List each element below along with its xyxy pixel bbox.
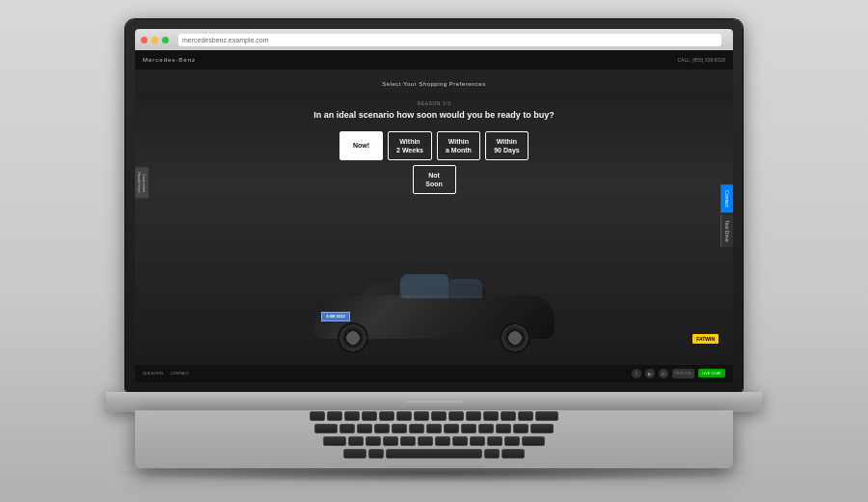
key[interactable]	[379, 411, 394, 421]
key-tab[interactable]	[314, 424, 338, 433]
key[interactable]	[466, 411, 481, 421]
key[interactable]	[452, 436, 468, 446]
keyboard-row-3	[323, 436, 545, 446]
maximize-window-button[interactable]	[162, 37, 169, 43]
site-header: Mercedes-Benz CALL: (855) 529-8318	[135, 50, 733, 70]
key[interactable]	[368, 449, 384, 459]
answer-row-2: NotSoon	[413, 165, 456, 194]
site-phone: CALL: (855) 529-8318	[678, 57, 726, 63]
key[interactable]	[339, 424, 355, 433]
website-content: Mercedes-Benz CALL: (855) 529-8318 Selec…	[135, 50, 733, 382]
key[interactable]	[448, 411, 464, 421]
key[interactable]	[484, 449, 500, 459]
answer-grid: Now! Within2 Weeks Withina Month Within9…	[149, 131, 719, 194]
key[interactable]	[504, 436, 520, 446]
keyboard-row-1	[310, 411, 558, 421]
key[interactable]	[344, 411, 360, 421]
key[interactable]	[392, 424, 407, 433]
answer-row-1: Now! Within2 Weeks Withina Month Within9…	[339, 131, 529, 160]
key-fn[interactable]	[502, 449, 525, 459]
keyboard-row-2	[314, 424, 554, 433]
car-rear-window	[448, 279, 482, 298]
site-logo: Mercedes-Benz	[143, 57, 196, 63]
footer-question-link[interactable]: QUESTION	[143, 371, 163, 376]
answer-2weeks-button[interactable]: Within2 Weeks	[388, 131, 432, 160]
live-chat-button[interactable]: LIVE CHAT	[698, 369, 725, 377]
key[interactable]	[418, 436, 433, 446]
screen-bezel: mercedesbenz.example.com Mercedes-Benz C…	[135, 29, 733, 382]
key[interactable]	[327, 411, 342, 421]
fatwin-badge: FATWIN	[692, 334, 719, 344]
key-spacebar[interactable]	[386, 449, 482, 459]
key[interactable]	[348, 436, 364, 446]
key-caps[interactable]	[323, 436, 346, 446]
laptop-lid: mercedesbenz.example.com Mercedes-Benz C…	[125, 19, 743, 392]
key[interactable]	[374, 424, 390, 433]
keyboard-area	[135, 410, 733, 468]
answer-now-button[interactable]: Now!	[339, 131, 383, 160]
key[interactable]	[483, 411, 499, 421]
key[interactable]	[414, 411, 429, 421]
key[interactable]	[478, 424, 494, 433]
car-wheel-left	[338, 322, 368, 353]
key[interactable]	[496, 424, 511, 433]
answer-notsoon-button[interactable]: NotSoon	[413, 165, 456, 194]
key[interactable]	[366, 436, 381, 446]
minimize-window-button[interactable]	[151, 37, 158, 43]
car-silhouette: S BR 9222	[313, 276, 555, 353]
key[interactable]	[431, 411, 447, 421]
car-wheel-right	[500, 322, 530, 353]
browser-chrome: mercedesbenz.example.com	[135, 29, 733, 50]
key-shift-r[interactable]	[522, 436, 545, 446]
keyboard-row-spacebar	[343, 449, 525, 459]
key[interactable]	[435, 436, 450, 446]
key[interactable]	[383, 436, 398, 446]
footer-contact-link[interactable]: CONTACT	[171, 371, 189, 376]
laptop: mercedesbenz.example.com Mercedes-Benz C…	[87, 19, 781, 483]
key[interactable]	[501, 411, 516, 421]
answer-90days-button[interactable]: Within90 Days	[485, 131, 529, 160]
prefs-title: Select Your Shopping Preferences	[382, 81, 485, 87]
laptop-base	[106, 392, 762, 413]
key[interactable]	[470, 436, 485, 446]
text-us-button[interactable]: TEXT US	[672, 369, 694, 378]
url-text: mercedesbenz.example.com	[182, 37, 269, 43]
facebook-icon[interactable]: f	[632, 369, 641, 378]
key[interactable]	[310, 411, 325, 421]
key[interactable]	[400, 436, 416, 446]
key-backspace[interactable]	[535, 411, 558, 421]
key[interactable]	[461, 424, 476, 433]
footer-left: QUESTION CONTACT	[143, 371, 189, 376]
question-section: REASON 1/3 In an ideal scenario how soon…	[135, 93, 733, 209]
left-tab-customize[interactable]: CustomizeHassle Free	[135, 168, 149, 199]
close-window-button[interactable]	[141, 37, 148, 43]
key-shift-l[interactable]	[343, 449, 366, 459]
license-plate: S BR 9222	[321, 312, 350, 321]
key[interactable]	[426, 424, 442, 433]
key[interactable]	[513, 424, 529, 433]
question-label: REASON 1/3	[149, 100, 719, 106]
hinge-notch	[405, 400, 463, 404]
key[interactable]	[357, 424, 372, 433]
key[interactable]	[409, 424, 424, 433]
key[interactable]	[396, 411, 412, 421]
key[interactable]	[487, 436, 502, 446]
car-image-area: S BR 9222	[135, 209, 733, 353]
linkedin-icon[interactable]: in	[659, 369, 668, 378]
key[interactable]	[444, 424, 459, 433]
site-footer: QUESTION CONTACT f ▶ in TEXT US LIVE CHA…	[135, 365, 733, 382]
trackpad[interactable]	[386, 465, 482, 467]
key-enter[interactable]	[530, 424, 554, 433]
footer-right: f ▶ in TEXT US LIVE CHAT	[632, 369, 725, 378]
question-text: In an ideal scenario how soon would you …	[149, 110, 719, 122]
prefs-bar: Select Your Shopping Preferences	[135, 70, 733, 93]
scene: mercedesbenz.example.com Mercedes-Benz C…	[0, 0, 868, 502]
answer-month-button[interactable]: Withina Month	[437, 131, 480, 160]
address-bar[interactable]: mercedesbenz.example.com	[178, 34, 721, 46]
youtube-icon[interactable]: ▶	[645, 369, 655, 378]
key[interactable]	[362, 411, 377, 421]
car-windshield	[400, 274, 448, 298]
left-sidebar: CustomizeHassle Free	[135, 168, 149, 199]
key[interactable]	[518, 411, 533, 421]
